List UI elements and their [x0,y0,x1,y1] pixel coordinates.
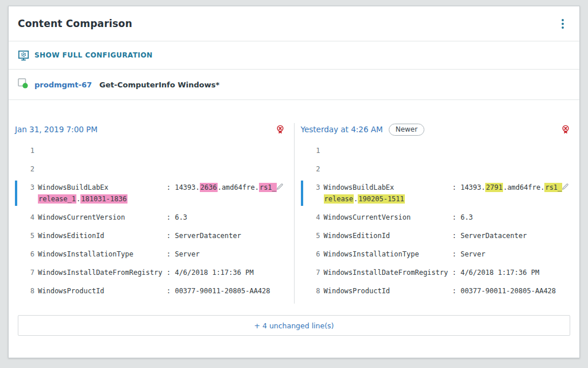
diff-line: 4WindowsCurrentVersion: 6.3 [295,212,580,223]
line-content: WindowsInstallDateFromRegistry: 4/6/2018… [324,267,559,278]
line-text: WindowsProductId: 00377-90011-20805-AA42… [38,285,273,297]
property-name: WindowsInstallationType [38,248,167,260]
diff-highlight: 190205-1511 [358,194,404,204]
diff-line: 7WindowsInstallDateFromRegistry: 4/6/201… [9,267,294,278]
line-text: WindowsBuildLabEx: 14393.2636.amd64fre.r… [38,182,273,193]
line-content: WindowsBuildLabEx: 14393.2791.amd64fre.r… [324,182,559,205]
property-name: WindowsEditionId [324,230,452,241]
revision-date[interactable]: Yesterday at 4:26 AM [301,125,383,134]
diff-line: 5WindowsEditionId: ServerDatacenter [9,230,294,241]
line-content: WindowsEditionId: ServerDatacenter [38,230,273,241]
plain-text: : ServerDatacenter [167,232,241,240]
plain-text: : 00377-90011-20805-AA428 [167,287,270,295]
diff-line: 5WindowsEditionId: ServerDatacenter [295,230,580,241]
property-name: WindowsCurrentVersion [324,212,452,223]
property-name: WindowsInstallationType [324,248,452,260]
plain-text: : Server [167,250,200,258]
line-number: 1 [25,145,34,156]
property-name: WindowsInstallDateFromRegistry [324,267,452,278]
line-text: WindowsCurrentVersion: 6.3 [38,212,273,223]
pencil-edit-icon[interactable] [562,183,569,190]
line-content: WindowsInstallationType: Server [38,248,273,260]
plain-text: : 14393. [452,183,485,191]
line-text: WindowsInstallationType: Server [38,248,273,260]
pencil-edit-icon[interactable] [276,183,284,190]
kebab-menu-icon[interactable] [558,16,568,32]
line-text: WindowsBuildLabEx: 14393.2791.amd64fre.r… [324,182,559,193]
line-content: WindowsCurrentVersion: 6.3 [38,212,273,223]
line-number: 7 [311,267,320,278]
plain-text: : 14393. [167,183,200,191]
line-content: WindowsInstallDateFromRegistry: 4/6/2018… [38,267,273,278]
revision-date[interactable]: Jan 31, 2019 7:00 PM [15,125,98,134]
line-number: 4 [25,212,34,223]
content-comparison-card: Content Comparison SHOW FULL CONFIGURATI… [8,6,580,358]
line-content: WindowsInstallationType: Server [324,248,559,260]
line-text: WindowsEditionId: ServerDatacenter [38,230,273,241]
plain-text: : 4/6/2018 1:17:36 PM [167,269,254,277]
panel-header: Yesterday at 4:26 AM Newer [295,123,580,136]
line-content: WindowsBuildLabEx: 14393.2636.amd64fre.r… [38,182,273,205]
property-name: WindowsEditionId [38,230,167,241]
property-name: WindowsBuildLabEx [324,182,452,193]
line-content: WindowsEditionId: ServerDatacenter [324,230,559,241]
plain-text: : 4/6/2018 1:17:36 PM [452,269,539,277]
code-lines: 123WindowsBuildLabEx: 14393.2636.amd64fr… [9,145,294,297]
diff-line: 3WindowsBuildLabEx: 14393.2636.amd64fre.… [9,182,294,205]
baseline-rejected-icon[interactable] [276,125,285,135]
diff-highlight: rs1_ [544,183,562,192]
newer-badge: Newer [389,124,425,136]
line-number: 8 [25,285,34,297]
profile-name: Get-ComputerInfo Windows* [99,80,219,89]
panel-header: Jan 31, 2019 7:00 PM [9,123,294,136]
line-content: WindowsCurrentVersion: 6.3 [324,212,559,223]
property-name: WindowsProductId [38,285,167,297]
line-number: 5 [311,230,320,241]
node-status-icon [18,78,29,91]
unchanged-lines-button[interactable]: + 4 unchanged line(s) [18,315,570,336]
monitor-gear-icon [18,50,29,61]
line-number: 3 [311,182,320,193]
line-text: WindowsProductId: 00377-90011-20805-AA42… [324,285,559,297]
diff-highlight: 181031-1836 [80,194,127,204]
line-text: WindowsInstallationType: Server [324,248,559,260]
line-number: 4 [311,212,320,223]
plain-text: : Server [452,250,485,258]
card-header: Content Comparison [9,6,579,41]
line-number: 2 [311,163,320,175]
diff-line: 6WindowsInstallationType: Server [295,248,580,260]
device-row: prodmgmt-67 Get-ComputerInfo Windows* [9,70,579,100]
device-name-link[interactable]: prodmgmt-67 [34,80,92,89]
page-title: Content Comparison [18,18,132,29]
diff-line: 2 [295,163,580,175]
diff-highlight: release [324,194,354,204]
diff-highlight: 2636 [200,183,218,192]
line-content: WindowsProductId: 00377-90011-20805-AA42… [324,285,559,297]
diff-line: 8WindowsProductId: 00377-90011-20805-AA4… [9,285,294,297]
line-number: 5 [25,230,34,241]
line-number: 6 [311,248,320,260]
diff-panel-right: Yesterday at 4:26 AM Newer 123WindowsBui… [294,123,580,304]
show-full-configuration-button[interactable]: SHOW FULL CONFIGURATION [9,41,579,70]
property-name: WindowsBuildLabEx [38,182,167,193]
line-number: 8 [311,285,320,297]
plain-text: : 00377-90011-20805-AA428 [452,287,556,295]
baseline-rejected-icon[interactable] [561,125,570,135]
property-name: WindowsInstallDateFromRegistry [38,267,167,278]
line-number: 7 [25,267,34,278]
diff-line: 3WindowsBuildLabEx: 14393.2791.amd64fre.… [295,182,580,205]
diff-line: 2 [9,163,294,175]
diff-line: 1 [295,145,580,156]
plain-text: : 6.3 [452,213,473,221]
plain-text: .amd64fre. [218,183,259,191]
diff-highlight: 2791 [485,183,503,192]
property-name: WindowsCurrentVersion [38,212,167,223]
diff-line: 4WindowsCurrentVersion: 6.3 [9,212,294,223]
line-text: release_1.181031-1836 [38,193,273,205]
diff-line: 6WindowsInstallationType: Server [9,248,294,260]
diff-line: 7WindowsInstallDateFromRegistry: 4/6/201… [295,267,580,278]
line-text: WindowsInstallDateFromRegistry: 4/6/2018… [324,267,559,278]
code-lines: 123WindowsBuildLabEx: 14393.2791.amd64fr… [295,145,580,297]
plain-text: : ServerDatacenter [452,232,527,240]
show-full-configuration-label: SHOW FULL CONFIGURATION [34,51,153,59]
